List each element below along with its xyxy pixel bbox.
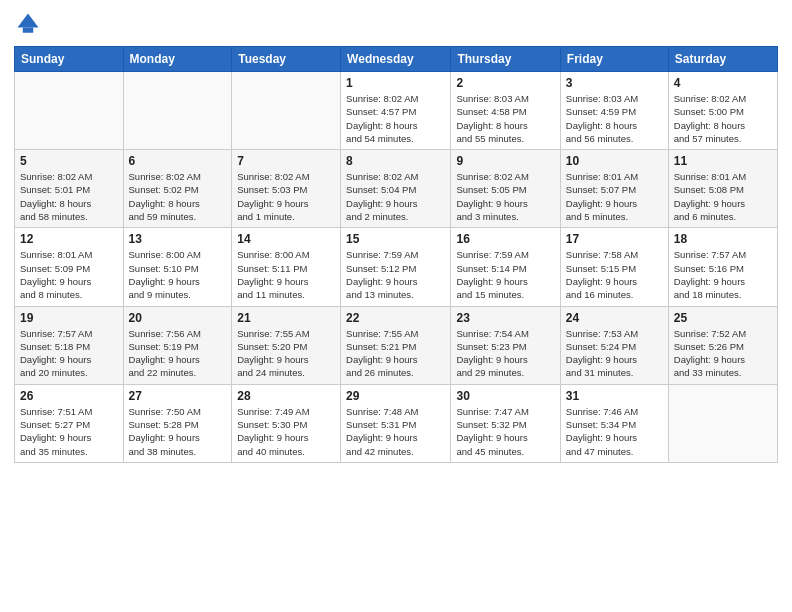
day-info: Sunrise: 7:47 AM Sunset: 5:32 PM Dayligh… [456,405,554,458]
calendar-cell: 22Sunrise: 7:55 AM Sunset: 5:21 PM Dayli… [341,306,451,384]
day-number: 11 [674,154,772,168]
day-number: 31 [566,389,663,403]
day-number: 12 [20,232,118,246]
logo [14,10,46,38]
calendar-cell: 23Sunrise: 7:54 AM Sunset: 5:23 PM Dayli… [451,306,560,384]
calendar-cell [15,72,124,150]
day-number: 28 [237,389,335,403]
day-number: 13 [129,232,227,246]
calendar-cell [668,384,777,462]
day-info: Sunrise: 7:50 AM Sunset: 5:28 PM Dayligh… [129,405,227,458]
weekday-header-friday: Friday [560,47,668,72]
day-number: 26 [20,389,118,403]
day-info: Sunrise: 8:01 AM Sunset: 5:08 PM Dayligh… [674,170,772,223]
day-info: Sunrise: 7:57 AM Sunset: 5:16 PM Dayligh… [674,248,772,301]
calendar-cell: 13Sunrise: 8:00 AM Sunset: 5:10 PM Dayli… [123,228,232,306]
day-info: Sunrise: 8:00 AM Sunset: 5:10 PM Dayligh… [129,248,227,301]
day-info: Sunrise: 7:59 AM Sunset: 5:12 PM Dayligh… [346,248,445,301]
day-info: Sunrise: 7:56 AM Sunset: 5:19 PM Dayligh… [129,327,227,380]
header [14,10,778,38]
day-info: Sunrise: 8:02 AM Sunset: 5:00 PM Dayligh… [674,92,772,145]
day-number: 24 [566,311,663,325]
day-number: 17 [566,232,663,246]
day-number: 25 [674,311,772,325]
day-number: 2 [456,76,554,90]
calendar-cell: 16Sunrise: 7:59 AM Sunset: 5:14 PM Dayli… [451,228,560,306]
day-info: Sunrise: 8:00 AM Sunset: 5:11 PM Dayligh… [237,248,335,301]
calendar-cell: 6Sunrise: 8:02 AM Sunset: 5:02 PM Daylig… [123,150,232,228]
day-number: 5 [20,154,118,168]
svg-marker-0 [18,14,39,28]
day-number: 3 [566,76,663,90]
day-number: 29 [346,389,445,403]
day-info: Sunrise: 7:52 AM Sunset: 5:26 PM Dayligh… [674,327,772,380]
day-number: 16 [456,232,554,246]
week-row-5: 26Sunrise: 7:51 AM Sunset: 5:27 PM Dayli… [15,384,778,462]
calendar-cell: 1Sunrise: 8:02 AM Sunset: 4:57 PM Daylig… [341,72,451,150]
calendar-cell: 4Sunrise: 8:02 AM Sunset: 5:00 PM Daylig… [668,72,777,150]
week-row-1: 1Sunrise: 8:02 AM Sunset: 4:57 PM Daylig… [15,72,778,150]
day-info: Sunrise: 8:01 AM Sunset: 5:09 PM Dayligh… [20,248,118,301]
calendar-cell: 10Sunrise: 8:01 AM Sunset: 5:07 PM Dayli… [560,150,668,228]
calendar-cell: 30Sunrise: 7:47 AM Sunset: 5:32 PM Dayli… [451,384,560,462]
day-number: 1 [346,76,445,90]
day-number: 27 [129,389,227,403]
calendar-table: SundayMondayTuesdayWednesdayThursdayFrid… [14,46,778,463]
weekday-header-saturday: Saturday [668,47,777,72]
calendar-cell: 17Sunrise: 7:58 AM Sunset: 5:15 PM Dayli… [560,228,668,306]
day-number: 20 [129,311,227,325]
day-info: Sunrise: 7:54 AM Sunset: 5:23 PM Dayligh… [456,327,554,380]
calendar-cell: 7Sunrise: 8:02 AM Sunset: 5:03 PM Daylig… [232,150,341,228]
day-info: Sunrise: 8:02 AM Sunset: 5:03 PM Dayligh… [237,170,335,223]
calendar-cell: 3Sunrise: 8:03 AM Sunset: 4:59 PM Daylig… [560,72,668,150]
day-info: Sunrise: 8:02 AM Sunset: 5:02 PM Dayligh… [129,170,227,223]
calendar-cell: 15Sunrise: 7:59 AM Sunset: 5:12 PM Dayli… [341,228,451,306]
calendar-cell: 14Sunrise: 8:00 AM Sunset: 5:11 PM Dayli… [232,228,341,306]
day-number: 18 [674,232,772,246]
calendar-cell: 29Sunrise: 7:48 AM Sunset: 5:31 PM Dayli… [341,384,451,462]
calendar-cell: 5Sunrise: 8:02 AM Sunset: 5:01 PM Daylig… [15,150,124,228]
day-number: 23 [456,311,554,325]
week-row-2: 5Sunrise: 8:02 AM Sunset: 5:01 PM Daylig… [15,150,778,228]
day-info: Sunrise: 7:55 AM Sunset: 5:20 PM Dayligh… [237,327,335,380]
day-info: Sunrise: 8:02 AM Sunset: 5:01 PM Dayligh… [20,170,118,223]
day-number: 19 [20,311,118,325]
calendar-cell: 26Sunrise: 7:51 AM Sunset: 5:27 PM Dayli… [15,384,124,462]
day-number: 8 [346,154,445,168]
day-number: 6 [129,154,227,168]
day-info: Sunrise: 7:55 AM Sunset: 5:21 PM Dayligh… [346,327,445,380]
day-info: Sunrise: 8:03 AM Sunset: 4:58 PM Dayligh… [456,92,554,145]
day-info: Sunrise: 8:03 AM Sunset: 4:59 PM Dayligh… [566,92,663,145]
day-number: 21 [237,311,335,325]
calendar-cell: 31Sunrise: 7:46 AM Sunset: 5:34 PM Dayli… [560,384,668,462]
calendar-cell [123,72,232,150]
weekday-header-tuesday: Tuesday [232,47,341,72]
svg-rect-1 [23,28,34,33]
day-info: Sunrise: 7:51 AM Sunset: 5:27 PM Dayligh… [20,405,118,458]
calendar-cell: 8Sunrise: 8:02 AM Sunset: 5:04 PM Daylig… [341,150,451,228]
day-number: 22 [346,311,445,325]
weekday-header-monday: Monday [123,47,232,72]
week-row-3: 12Sunrise: 8:01 AM Sunset: 5:09 PM Dayli… [15,228,778,306]
weekday-header-thursday: Thursday [451,47,560,72]
day-info: Sunrise: 7:46 AM Sunset: 5:34 PM Dayligh… [566,405,663,458]
page: SundayMondayTuesdayWednesdayThursdayFrid… [0,0,792,612]
logo-icon [14,10,42,38]
day-info: Sunrise: 8:02 AM Sunset: 5:04 PM Dayligh… [346,170,445,223]
weekday-header-sunday: Sunday [15,47,124,72]
week-row-4: 19Sunrise: 7:57 AM Sunset: 5:18 PM Dayli… [15,306,778,384]
calendar-cell: 12Sunrise: 8:01 AM Sunset: 5:09 PM Dayli… [15,228,124,306]
calendar-cell: 19Sunrise: 7:57 AM Sunset: 5:18 PM Dayli… [15,306,124,384]
day-info: Sunrise: 7:53 AM Sunset: 5:24 PM Dayligh… [566,327,663,380]
day-info: Sunrise: 8:02 AM Sunset: 5:05 PM Dayligh… [456,170,554,223]
calendar-cell: 20Sunrise: 7:56 AM Sunset: 5:19 PM Dayli… [123,306,232,384]
day-number: 4 [674,76,772,90]
day-info: Sunrise: 7:48 AM Sunset: 5:31 PM Dayligh… [346,405,445,458]
calendar-cell: 18Sunrise: 7:57 AM Sunset: 5:16 PM Dayli… [668,228,777,306]
calendar-cell [232,72,341,150]
weekday-header-row: SundayMondayTuesdayWednesdayThursdayFrid… [15,47,778,72]
day-number: 15 [346,232,445,246]
day-number: 9 [456,154,554,168]
calendar-cell: 24Sunrise: 7:53 AM Sunset: 5:24 PM Dayli… [560,306,668,384]
day-number: 10 [566,154,663,168]
